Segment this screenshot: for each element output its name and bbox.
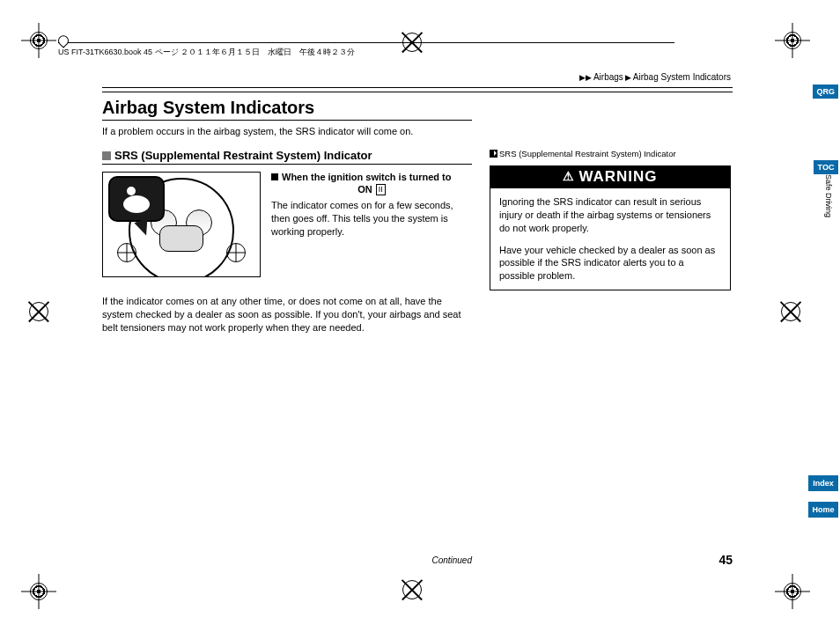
sidebar-ref-text: SRS (Supplemental Restraint System) Indi… bbox=[499, 149, 676, 158]
on-label: ON bbox=[357, 184, 372, 195]
srs-airbag-icon bbox=[123, 187, 150, 213]
warning-triangle-icon: ⚠ bbox=[563, 169, 575, 183]
breadcrumb-part1: Airbags bbox=[593, 72, 623, 82]
regmark-left bbox=[25, 298, 53, 326]
note-paragraph: If the indicator comes on at any other t… bbox=[102, 295, 472, 334]
black-square-bullet-icon bbox=[271, 173, 278, 180]
header-strip-text: US FIT-31TK6630.book 45 ページ ２０１１年６月１５日 水… bbox=[58, 48, 355, 56]
warning-p1: Ignoring the SRS indicator can result in… bbox=[499, 195, 721, 235]
ignition-body: The indicator comes on for a few seconds… bbox=[271, 199, 472, 239]
warning-header: ⚠WARNING bbox=[490, 166, 730, 188]
breadcrumb-sep: ▶ bbox=[625, 73, 631, 82]
page-number: 45 bbox=[718, 553, 733, 567]
continued-label: Continued bbox=[102, 555, 472, 565]
cropmark-tr bbox=[775, 23, 810, 58]
breadcrumb: ▶▶Airbags▶Airbag System Indicators bbox=[102, 72, 733, 82]
warning-p2: Have your vehicle checked by a dealer as… bbox=[499, 244, 721, 283]
regmark-bottom bbox=[398, 576, 426, 604]
nav-tab-qrg[interactable]: QRG bbox=[813, 85, 838, 99]
srs-subheading-text: SRS (Supplemental Restraint System) Indi… bbox=[114, 149, 372, 162]
breadcrumb-part2: Airbag System Indicators bbox=[633, 72, 731, 82]
ignition-line1: When the ignition switch is turned to bbox=[282, 172, 452, 182]
srs-callout-bubble bbox=[110, 178, 163, 220]
page-title: Airbag System Indicators bbox=[102, 98, 472, 121]
cropmark-bl bbox=[21, 574, 56, 609]
nav-tab-toc[interactable]: TOC bbox=[814, 160, 838, 174]
breadcrumb-arrows: ▶▶ bbox=[579, 73, 592, 82]
nav-tab-index[interactable]: Index bbox=[808, 475, 838, 491]
rule-decoration bbox=[102, 87, 733, 92]
cropmark-br bbox=[775, 574, 810, 609]
nav-tab-home[interactable]: Home bbox=[808, 502, 838, 518]
ignition-on-line: ONII bbox=[271, 184, 472, 195]
document-header-strip: US FIT-31TK6630.book 45 ページ ２０１１年６月１５日 水… bbox=[58, 42, 674, 58]
on-position-box: II bbox=[376, 184, 386, 195]
regmark-right bbox=[777, 298, 805, 326]
square-bullet-icon bbox=[102, 151, 111, 160]
dashboard-illustration bbox=[102, 172, 261, 277]
cropmark-tl bbox=[21, 23, 56, 58]
section-side-label: Safe Driving bbox=[824, 174, 833, 217]
srs-subheading: SRS (Supplemental Restraint System) Indi… bbox=[102, 149, 472, 165]
warning-box: ⚠WARNING Ignoring the SRS indicator can … bbox=[490, 165, 731, 290]
intro-text: If a problem occurs in the airbag system… bbox=[102, 126, 472, 136]
ignition-heading: When the ignition switch is turned to bbox=[271, 172, 472, 182]
sidebar-reference: SRS (Supplemental Restraint System) Indi… bbox=[490, 149, 731, 158]
warning-title: WARNING bbox=[578, 168, 657, 185]
chevron-ref-icon bbox=[490, 150, 497, 158]
